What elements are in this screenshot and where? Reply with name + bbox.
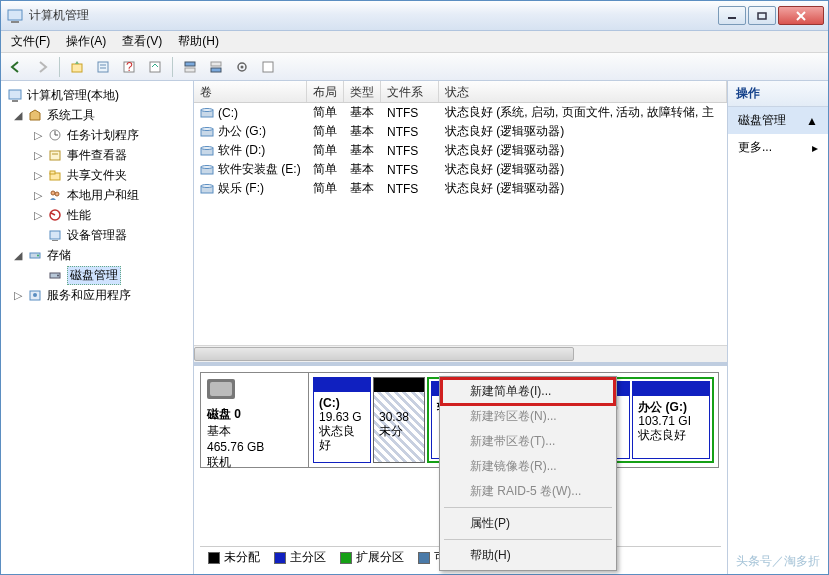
tree-systools[interactable]: ◢系统工具 bbox=[1, 105, 193, 125]
ctx-new-stripe-volume: 新建带区卷(T)... bbox=[442, 429, 614, 454]
ctx-new-span-volume: 新建跨区卷(N)... bbox=[442, 404, 614, 429]
ctx-new-raid5-volume: 新建 RAID-5 卷(W)... bbox=[442, 479, 614, 504]
volume-list-header: 卷 布局 类型 文件系统 状态 bbox=[194, 81, 727, 103]
col-type[interactable]: 类型 bbox=[344, 81, 381, 102]
svg-point-44 bbox=[201, 127, 213, 130]
volume-row[interactable]: 娱乐 (F:)简单基本NTFS状态良好 (逻辑驱动器) bbox=[194, 179, 727, 198]
window-title: 计算机管理 bbox=[29, 7, 718, 24]
svg-text:?: ? bbox=[126, 60, 133, 74]
svg-point-48 bbox=[201, 165, 213, 168]
tree-root[interactable]: 计算机管理(本地) bbox=[1, 85, 193, 105]
actions-header: 操作 bbox=[728, 81, 828, 107]
close-button[interactable] bbox=[778, 6, 824, 25]
back-button[interactable] bbox=[5, 56, 27, 78]
partition-c[interactable]: (C:)19.63 G状态良好 bbox=[313, 377, 371, 463]
svg-point-30 bbox=[55, 192, 59, 196]
col-fs[interactable]: 文件系统 bbox=[381, 81, 439, 102]
volume-row[interactable]: 软件 (D:)简单基本NTFS状态良好 (逻辑驱动器) bbox=[194, 141, 727, 160]
volume-row[interactable]: (C:)简单基本NTFS状态良好 (系统, 启动, 页面文件, 活动, 故障转储… bbox=[194, 103, 727, 122]
svg-rect-21 bbox=[12, 100, 18, 102]
settings-button[interactable] bbox=[231, 56, 253, 78]
svg-point-38 bbox=[57, 275, 59, 277]
watermark: 头条号／淘多折 bbox=[736, 553, 820, 570]
svg-point-18 bbox=[241, 65, 244, 68]
horizontal-scrollbar[interactable] bbox=[194, 345, 727, 362]
tree-storage[interactable]: ◢存储 bbox=[1, 245, 193, 265]
view-top-button[interactable] bbox=[179, 56, 201, 78]
svg-rect-3 bbox=[758, 13, 766, 19]
svg-rect-19 bbox=[263, 62, 273, 72]
svg-rect-34 bbox=[52, 240, 58, 241]
refresh-button[interactable]: ? bbox=[118, 56, 140, 78]
svg-point-42 bbox=[201, 109, 213, 112]
svg-rect-28 bbox=[50, 171, 55, 174]
disk-info[interactable]: 磁盘 0 基本 465.76 GB 联机 bbox=[201, 373, 309, 467]
action-diskmgr[interactable]: 磁盘管理▲ bbox=[728, 107, 828, 134]
ctx-new-mirror-volume: 新建镜像卷(R)... bbox=[442, 454, 614, 479]
partition-g[interactable]: 办公 (G:)103.71 GI状态良好 bbox=[632, 381, 710, 459]
toolbar: ? bbox=[1, 53, 828, 81]
app-icon bbox=[7, 8, 23, 24]
svg-line-32 bbox=[51, 213, 55, 215]
tree-task[interactable]: ▷任务计划程序 bbox=[1, 125, 193, 145]
tree-devmgr[interactable]: 设备管理器 bbox=[1, 225, 193, 245]
tree-shared[interactable]: ▷共享文件夹 bbox=[1, 165, 193, 185]
titlebar: 计算机管理 bbox=[1, 1, 828, 31]
svg-rect-0 bbox=[8, 10, 22, 20]
collapse-icon: ▲ bbox=[806, 114, 818, 128]
col-volume[interactable]: 卷 bbox=[194, 81, 307, 102]
svg-rect-15 bbox=[211, 62, 221, 66]
minimize-button[interactable] bbox=[718, 6, 746, 25]
svg-point-40 bbox=[33, 293, 37, 297]
col-status[interactable]: 状态 bbox=[439, 81, 727, 102]
svg-rect-16 bbox=[211, 68, 221, 72]
ctx-new-simple-volume[interactable]: 新建简单卷(I)... bbox=[442, 379, 614, 404]
tree-diskmgr[interactable]: 磁盘管理 bbox=[1, 265, 193, 285]
maximize-button[interactable] bbox=[748, 6, 776, 25]
disk-icon bbox=[207, 379, 235, 399]
tree-services[interactable]: ▷服务和应用程序 bbox=[1, 285, 193, 305]
svg-point-50 bbox=[201, 184, 213, 187]
svg-rect-14 bbox=[185, 68, 195, 72]
action-more[interactable]: 更多...▸ bbox=[728, 134, 828, 161]
menu-file[interactable]: 文件(F) bbox=[5, 31, 56, 52]
svg-rect-1 bbox=[11, 21, 19, 23]
volume-list: (C:)简单基本NTFS状态良好 (系统, 启动, 页面文件, 活动, 故障转储… bbox=[194, 103, 727, 198]
ctx-help[interactable]: 帮助(H) bbox=[442, 543, 614, 568]
menu-action[interactable]: 操作(A) bbox=[60, 31, 112, 52]
volume-row[interactable]: 软件安装盘 (E:)简单基本NTFS状态良好 (逻辑驱动器) bbox=[194, 160, 727, 179]
svg-rect-25 bbox=[50, 151, 60, 160]
svg-point-29 bbox=[51, 191, 55, 195]
app-window: 计算机管理 文件(F) 操作(A) 查看(V) 帮助(H) ? 计算机管理(本地… bbox=[0, 0, 829, 575]
tree-perf[interactable]: ▷性能 bbox=[1, 205, 193, 225]
col-layout[interactable]: 布局 bbox=[307, 81, 344, 102]
help-button[interactable] bbox=[257, 56, 279, 78]
tree-users[interactable]: ▷本地用户和组 bbox=[1, 185, 193, 205]
menubar: 文件(F) 操作(A) 查看(V) 帮助(H) bbox=[1, 31, 828, 53]
chevron-right-icon: ▸ bbox=[812, 141, 818, 155]
context-menu: 新建简单卷(I)... 新建跨区卷(N)... 新建带区卷(T)... 新建镜像… bbox=[439, 376, 617, 571]
svg-rect-7 bbox=[98, 62, 108, 72]
ctx-properties[interactable]: 属性(P) bbox=[442, 511, 614, 536]
menu-view[interactable]: 查看(V) bbox=[116, 31, 168, 52]
actions-pane: 操作 磁盘管理▲ 更多...▸ bbox=[728, 81, 828, 574]
tree-pane: 计算机管理(本地) ◢系统工具 ▷任务计划程序 ▷事件查看器 ▷共享文件夹 ▷本… bbox=[1, 81, 194, 574]
svg-rect-6 bbox=[72, 64, 82, 72]
svg-point-36 bbox=[37, 255, 39, 257]
view-bottom-button[interactable] bbox=[205, 56, 227, 78]
svg-point-46 bbox=[201, 146, 213, 149]
svg-rect-33 bbox=[50, 231, 60, 239]
menu-help[interactable]: 帮助(H) bbox=[172, 31, 225, 52]
partition-unallocated[interactable]: 30.38未分 bbox=[373, 377, 425, 463]
forward-button[interactable] bbox=[31, 56, 53, 78]
export-button[interactable] bbox=[144, 56, 166, 78]
tree-event[interactable]: ▷事件查看器 bbox=[1, 145, 193, 165]
svg-rect-20 bbox=[9, 90, 21, 99]
svg-rect-13 bbox=[185, 62, 195, 66]
up-button[interactable] bbox=[66, 56, 88, 78]
properties-button[interactable] bbox=[92, 56, 114, 78]
volume-row[interactable]: 办公 (G:)简单基本NTFS状态良好 (逻辑驱动器) bbox=[194, 122, 727, 141]
